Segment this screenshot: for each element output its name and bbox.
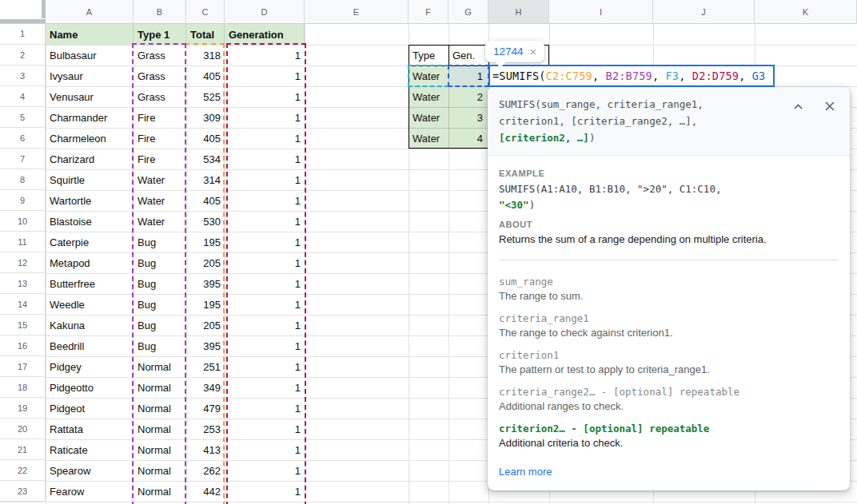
table-cell[interactable]: Grass <box>134 65 186 86</box>
table-cell[interactable]: 1 <box>225 45 305 65</box>
table-cell[interactable]: Venusaur <box>46 86 134 107</box>
tooltip-close-icon[interactable]: × <box>530 45 537 58</box>
helper-gen-cell[interactable]: 1 <box>448 65 488 86</box>
table-cell[interactable]: Bug <box>134 252 186 273</box>
table-cell[interactable]: 1 <box>225 356 305 377</box>
table-cell[interactable]: Pidgey <box>46 356 134 377</box>
table-cell[interactable]: Normal <box>134 460 186 481</box>
table-cell[interactable]: 309 <box>186 107 225 128</box>
table-cell[interactable]: 1 <box>225 294 305 315</box>
row-header-4[interactable]: 4 <box>0 86 46 107</box>
table-cell[interactable]: 395 <box>186 273 225 294</box>
column-header-c[interactable]: C <box>186 0 225 23</box>
table-cell[interactable]: 1 <box>225 65 305 86</box>
table-cell[interactable]: Kakuna <box>46 315 134 335</box>
table-cell[interactable]: Raticate <box>46 439 134 460</box>
column-header-b[interactable]: B <box>134 0 186 23</box>
table-cell[interactable]: 205 <box>186 252 225 273</box>
column-header-f[interactable]: F <box>409 0 448 23</box>
table-cell[interactable]: Grass <box>134 45 186 65</box>
table-cell[interactable]: 479 <box>186 398 225 419</box>
table-cell[interactable]: Pidgeot <box>46 398 134 419</box>
row-header-15[interactable]: 15 <box>0 315 46 335</box>
column-header-a[interactable]: A <box>46 0 134 23</box>
row-header-21[interactable]: 21 <box>0 439 46 460</box>
row-header-12[interactable]: 12 <box>0 252 46 273</box>
table-cell[interactable]: Spearow <box>46 460 134 481</box>
table-cell[interactable]: 530 <box>186 211 225 232</box>
row-header-1[interactable]: 1 <box>0 23 46 45</box>
row-header-8[interactable]: 8 <box>0 169 46 190</box>
helper-type-cell[interactable]: Water <box>409 128 448 149</box>
select-all-corner[interactable] <box>0 0 46 23</box>
table-cell[interactable]: Normal <box>134 356 186 377</box>
table-cell[interactable]: Water <box>134 211 186 232</box>
table-cell[interactable]: Bug <box>134 273 186 294</box>
table-cell[interactable]: Beedrill <box>46 335 134 356</box>
table-cell[interactable]: 1 <box>225 460 305 481</box>
row-header-6[interactable]: 6 <box>0 128 46 149</box>
helper-gen-cell[interactable]: 2 <box>448 86 488 107</box>
table-cell[interactable]: Ivysaur <box>46 65 134 86</box>
table-cell[interactable]: 1 <box>225 128 305 149</box>
table-cell[interactable]: 1 <box>225 315 305 335</box>
table-cell[interactable]: 405 <box>186 190 225 211</box>
table-cell[interactable]: Bug <box>134 315 186 335</box>
row-header-10[interactable]: 10 <box>0 211 46 232</box>
table-cell[interactable]: Normal <box>134 419 186 439</box>
table-cell[interactable]: Fire <box>134 149 186 169</box>
helper-header-cell[interactable]: Type <box>409 45 448 65</box>
table-cell[interactable]: Fearow <box>46 481 134 502</box>
table-cell[interactable]: Rattata <box>46 419 134 439</box>
table-cell[interactable]: Grass <box>134 86 186 107</box>
column-header-g[interactable]: G <box>448 0 488 23</box>
close-button[interactable] <box>823 99 837 113</box>
table-cell[interactable]: Fire <box>134 128 186 149</box>
table-cell[interactable]: 262 <box>186 460 225 481</box>
table-cell[interactable]: Normal <box>134 377 186 398</box>
row-header-23[interactable]: 23 <box>0 481 46 502</box>
formula-input[interactable]: =SUMIFS(C2:C759, B2:B759, F3, D2:D759, G… <box>488 65 775 87</box>
main-header-cell[interactable]: Type 1 <box>134 24 186 45</box>
table-cell[interactable]: 1 <box>225 335 305 356</box>
row-header-16[interactable]: 16 <box>0 335 46 356</box>
column-header-d[interactable]: D <box>225 0 305 23</box>
table-cell[interactable]: 1 <box>225 107 305 128</box>
table-cell[interactable]: 1 <box>225 377 305 398</box>
table-cell[interactable]: Normal <box>134 481 186 502</box>
helper-gen-cell[interactable]: 3 <box>448 107 488 128</box>
table-cell[interactable]: 1 <box>225 232 305 252</box>
row-header-22[interactable]: 22 <box>0 460 46 481</box>
column-header-e[interactable]: E <box>305 0 409 23</box>
table-cell[interactable]: 525 <box>186 86 225 107</box>
table-cell[interactable]: 1 <box>225 169 305 190</box>
table-cell[interactable]: 413 <box>186 439 225 460</box>
table-cell[interactable]: 395 <box>186 335 225 356</box>
table-cell[interactable]: Blastoise <box>46 211 134 232</box>
table-cell[interactable]: Bulbasaur <box>46 45 134 65</box>
table-cell[interactable]: 1 <box>225 190 305 211</box>
table-cell[interactable]: Water <box>134 190 186 211</box>
row-header-13[interactable]: 13 <box>0 273 46 294</box>
table-cell[interactable]: Charmeleon <box>46 128 134 149</box>
table-cell[interactable]: Charmander <box>46 107 134 128</box>
table-cell[interactable]: 442 <box>186 481 225 502</box>
table-cell[interactable]: 534 <box>186 149 225 169</box>
row-header-2[interactable]: 2 <box>0 45 46 65</box>
helper-header-cell[interactable]: Gen. <box>448 45 488 65</box>
column-header-i[interactable]: I <box>549 0 653 23</box>
table-cell[interactable]: 1 <box>225 481 305 502</box>
row-header-9[interactable]: 9 <box>0 190 46 211</box>
table-cell[interactable]: 1 <box>225 149 305 169</box>
helper-type-cell[interactable]: Water <box>409 86 448 107</box>
main-header-cell[interactable]: Name <box>46 24 134 45</box>
table-cell[interactable]: Butterfree <box>46 273 134 294</box>
row-header-14[interactable]: 14 <box>0 294 46 315</box>
row-header-20[interactable]: 20 <box>0 419 46 439</box>
table-cell[interactable]: Pidgeotto <box>46 377 134 398</box>
table-cell[interactable]: 253 <box>186 419 225 439</box>
table-cell[interactable]: Caterpie <box>46 232 134 252</box>
table-cell[interactable]: 195 <box>186 232 225 252</box>
helper-type-cell[interactable]: Water <box>409 65 448 86</box>
table-cell[interactable]: Charizard <box>46 149 134 169</box>
